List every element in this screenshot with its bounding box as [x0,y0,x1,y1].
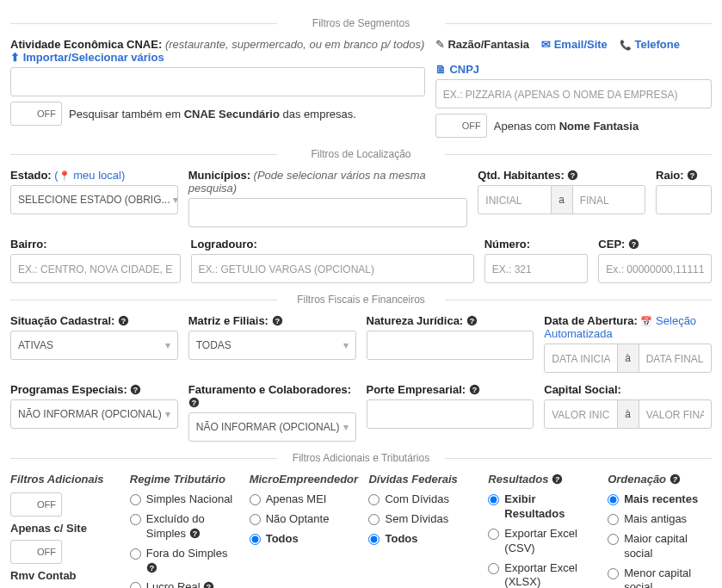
meu-local-link[interactable]: meu local [73,169,121,182]
resultados-radios: Exibir Resultados Exportar Excel (CSV) E… [488,492,592,588]
ordenacao-opt-3[interactable]: Menor capital social [608,566,712,588]
link-cnpj[interactable]: CNPJ [435,63,479,76]
regime-header: Regime Tributário [130,473,234,486]
link-email[interactable]: Email/Site [541,38,608,51]
habitantes-inicial[interactable] [478,185,551,214]
raio-label: Raio: ? [656,169,712,182]
ordenacao-opt-2[interactable]: Maior capital social [608,532,712,561]
resultados-opt-1[interactable]: Exportar Excel (CSV) [488,527,592,556]
porte-label: Porte Empresarial: ? [367,383,534,396]
mei-opt-2[interactable]: Todos [250,532,354,547]
svg-text:?: ? [275,317,279,325]
ordenacao-opt-1[interactable]: Mais antigas [608,512,712,527]
svg-text:?: ? [470,317,474,325]
upload-icon [10,51,20,64]
matriz-label: Matriz e Filiais: ? [188,314,356,327]
link-razao[interactable]: Razão/Fantasia [435,38,529,51]
natureza-label: Natureza Jurídica: ? [367,314,534,327]
svg-text:?: ? [555,475,560,484]
cnae-input[interactable] [10,67,425,96]
bairro-label: Bairro: [10,238,181,251]
capital-label: Capital Social: [544,383,712,396]
natureza-input[interactable] [367,331,534,360]
resultados-opt-2[interactable]: Exportar Excel (XLSX) [488,561,592,588]
section-localizacao-title: Filtros de Localização [10,148,712,160]
calendar-icon [640,314,652,327]
dividas-opt-0[interactable]: Com Dívidas [368,492,472,507]
help-icon[interactable]: ? [466,315,478,326]
svg-text:?: ? [632,240,636,249]
cnae-import-link[interactable]: Importar/Selecionar vários [10,51,164,64]
pin-icon [59,169,71,182]
svg-text:?: ? [571,171,575,180]
razao-input[interactable] [435,79,712,108]
help-icon[interactable]: ? [203,581,214,588]
mei-opt-0[interactable]: Apenas MEI [250,492,354,507]
estado-select[interactable]: SELECIONE ESTADO (OBRIG... [10,185,178,214]
apenas-site-toggle[interactable]: OFF [10,540,62,564]
adicionais-header: Filtros Adicionais [10,473,114,486]
ordenacao-header: Ordenação ? [608,473,712,486]
programas-select[interactable]: NÃO INFORMAR (OPCIONAL) [10,399,178,429]
faturamento-label: Faturamento e Colaboradores: ? [188,383,356,409]
dividas-opt-2[interactable]: Todos [368,532,472,547]
mei-radios: Apenas MEI Não Optante Todos [250,492,354,547]
svg-text:?: ? [472,386,477,394]
bairro-input[interactable] [10,254,181,283]
pen-icon [435,38,445,51]
help-icon[interactable]: ? [469,384,480,395]
numero-input[interactable] [484,254,589,283]
ordenacao-opt-0[interactable]: Mais recentes [608,492,712,507]
logradouro-input[interactable] [191,254,474,283]
help-icon[interactable]: ? [687,170,698,181]
razao-fantasia-toggle[interactable]: OFF [435,114,487,138]
habitantes-final[interactable] [572,185,645,214]
help-icon[interactable]: ? [628,238,639,250]
link-telefone[interactable]: Telefone [620,38,680,51]
regime-opt-1[interactable]: Excluído do Simples ? [130,512,234,542]
help-icon[interactable]: ? [130,384,141,395]
matriz-select[interactable]: TODAS [188,331,356,360]
help-icon[interactable]: ? [552,473,563,485]
raio-input[interactable] [656,185,712,214]
cep-label: CEP: ? [598,238,712,251]
section-fiscais-title: Filtros Fiscais e Financeiros [10,294,712,306]
abertura-final[interactable] [639,344,712,373]
help-icon[interactable]: ? [118,315,129,326]
faturamento-select[interactable]: NÃO INFORMAR (OPCIONAL) [188,412,356,442]
help-icon[interactable]: ? [567,170,578,181]
municipios-label: Municípios: (Pode selecionar vários na m… [188,169,468,195]
help-icon[interactable]: ? [146,562,157,573]
resultados-opt-0[interactable]: Exibir Resultados [488,492,592,522]
svg-text:?: ? [150,563,154,572]
habitantes-label: Qtd. Habitantes: ? [478,169,645,182]
cnae-secondary-toggle[interactable]: OFF [10,102,62,126]
mei-header: MicroEmpreendedor [250,473,354,486]
logradouro-label: Logradouro: [191,238,474,251]
regime-opt-3[interactable]: Lucro Real ? [130,580,234,588]
help-icon[interactable]: ? [670,473,681,485]
phone-icon [620,38,632,51]
cep-input[interactable] [598,254,712,283]
dividas-radios: Com Dívidas Sem Dívidas Todos [368,492,472,547]
dividas-opt-1[interactable]: Sem Dívidas [368,512,472,527]
adicionais-toggle-1[interactable]: OFF [10,492,62,517]
municipios-input[interactable] [188,198,468,227]
regime-opt-2[interactable]: Fora do Simples ? [130,547,234,576]
abertura-inicial[interactable] [544,344,617,373]
help-icon[interactable]: ? [189,528,201,539]
regime-opt-0[interactable]: Simples Nacional [130,492,234,507]
mei-opt-1[interactable]: Não Optante [250,512,354,527]
porte-input[interactable] [367,399,534,429]
section-adicionais-title: Filtros Adicionais e Tributários [10,452,712,464]
help-icon[interactable]: ? [272,315,283,326]
situacao-select[interactable]: ATIVAS [10,331,178,360]
section-segmentos-title: Filtros de Segmentos [10,17,712,29]
capital-inicial[interactable] [544,399,617,429]
capital-final[interactable] [639,399,712,429]
resultados-header: Resultados ? [488,473,592,486]
cnae-label: Atividade Econômica CNAE: (restaurante, … [10,38,425,64]
svg-text:?: ? [133,386,138,394]
help-icon[interactable]: ? [188,397,200,408]
svg-text:?: ? [192,399,196,407]
